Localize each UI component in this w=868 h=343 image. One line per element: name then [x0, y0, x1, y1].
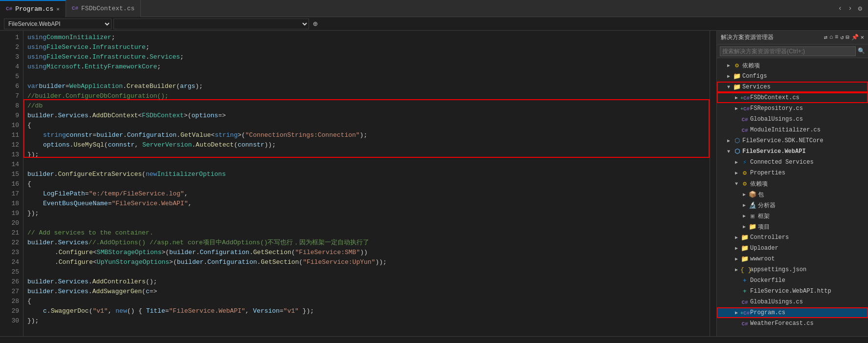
tree-item-pkg[interactable]: ▶ 📦 包: [717, 189, 868, 200]
icon-dockerfile: +: [740, 277, 749, 284]
icon-analyzer: 🔬: [748, 201, 757, 209]
tab-scroll-right[interactable]: ›: [846, 3, 854, 13]
tree-item-fsdbcontext[interactable]: ▶ +C# FSDbContext.cs: [717, 92, 868, 103]
chevron-pkg: ▶: [740, 192, 748, 197]
add-file-button[interactable]: ⊕: [309, 19, 322, 29]
tab-bar: C# Program.cs ✕ C# FSDbContext.cs ‹ › ⚙: [0, 0, 868, 17]
label-moduleinitializer: ModuleInitializer.cs: [750, 127, 821, 133]
label-framework: 框架: [758, 212, 770, 220]
label-filesdk: FileService.SDK.NETCore: [742, 137, 823, 144]
tab-actions: ‹ › ⚙: [836, 3, 868, 14]
tab-settings[interactable]: ⚙: [856, 3, 864, 14]
tab-fsdb[interactable]: C# FSDbContext.cs: [66, 0, 141, 17]
path-selector[interactable]: [113, 19, 309, 29]
tree-item-project2[interactable]: ▶ 📁 项目: [717, 221, 868, 232]
code-line-27: builder.Services.AddSwaggerGen(c =>: [27, 287, 706, 297]
code-line-18: EventBusQueueName = "FileService.WebAPI"…: [27, 199, 706, 209]
label-services: Services: [742, 84, 771, 90]
icon-globalusings2: C#: [740, 299, 749, 306]
chevron-project2: ▶: [740, 224, 748, 230]
label-webapi: FileService.WebAPI: [742, 148, 806, 155]
tab-scroll-left[interactable]: ‹: [836, 3, 844, 13]
se-sync-btn[interactable]: ⇄: [824, 34, 827, 41]
code-line-14: [27, 160, 706, 170]
tree-item-program[interactable]: ▶ +C# Program.cs: [717, 307, 868, 318]
se-header: 解决方案资源管理器 ⇄ ⌂ ≡ ↺ ⊟ 📌 ✕: [717, 31, 868, 44]
tree-item-dep2[interactable]: ▼ ⚙ 依赖项: [717, 178, 868, 189]
se-collapse-btn[interactable]: ⊟: [846, 34, 849, 41]
label-fsrepository: FSRepository.cs: [750, 105, 803, 112]
se-refresh-btn[interactable]: ↺: [840, 34, 844, 41]
code-line-26: builder.Services.AddControllers();: [27, 277, 706, 287]
tree-item-globalusings2[interactable]: C# GlobalUsings.cs: [717, 297, 868, 307]
code-line-1: using CommonInitializer;: [27, 33, 706, 43]
tree-item-fsrepository[interactable]: ▶ +C# FSRepository.cs: [717, 103, 868, 114]
se-search-input[interactable]: [720, 46, 856, 56]
label-project2: 项目: [758, 223, 770, 231]
icon-services: 📁: [733, 83, 741, 91]
code-line-3: using FileService.Infrastructure.Service…: [27, 52, 706, 62]
tree-item-httpfile[interactable]: + FileService.WebAPI.http: [717, 286, 868, 297]
tree-item-dockerfile[interactable]: + Dockerfile: [717, 275, 868, 286]
label-wwwroot: wwwroot: [750, 256, 775, 262]
chevron-controllers: ▶: [733, 235, 740, 240]
label-properties: Properties: [750, 170, 785, 176]
icon-configs: 📁: [733, 72, 741, 80]
code-line-19: });: [27, 209, 706, 218]
chevron-webapi: ▼: [725, 149, 733, 154]
icon-pkg: 📦: [748, 191, 757, 198]
tree-item-controllers[interactable]: ▶ 📁 Controllers: [717, 232, 868, 243]
tree-item-appsettings[interactable]: ▶ { } appsettings.json: [717, 264, 868, 275]
se-pin-btn[interactable]: 📌: [851, 34, 859, 41]
tab-program-icon: C#: [6, 6, 12, 12]
icon-filesdk: ⬡: [733, 137, 741, 145]
chevron-services: ▼: [725, 85, 733, 90]
tree-item-connected[interactable]: ▶ ⚡ Connected Services: [717, 157, 868, 168]
code-line-9: builder.Services.AddDbContext<FSDbContex…: [27, 111, 706, 121]
tree-item-analyzer[interactable]: ▶ 🔬 分析器: [717, 200, 868, 211]
tree-item-properties[interactable]: ▶ ⚙ Properties: [717, 168, 868, 178]
tree-item-globalusings1[interactable]: C# GlobalUsings.cs: [717, 114, 868, 125]
tree-item-wwwroot[interactable]: ▶ 📁 wwwroot: [717, 254, 868, 264]
tree-item-weatherforecast[interactable]: C# WeatherForecast.cs: [717, 318, 868, 329]
tree-item-filesdk[interactable]: ▶ ⬡ FileService.SDK.NETCore: [717, 135, 868, 146]
chevron-dep2: ▼: [733, 181, 740, 187]
icon-controllers: 📁: [740, 234, 749, 241]
label-globalusings1: GlobalUsings.cs: [750, 116, 803, 123]
code-line-20: [27, 218, 706, 228]
se-search-icon: 🔍: [858, 47, 865, 55]
code-line-6: var builder = WebApplication.CreateBuild…: [27, 82, 706, 91]
tree-item-services[interactable]: ▼ 📁 Services: [717, 82, 868, 92]
tree-item-configs[interactable]: ▶ 📁 Configs: [717, 71, 868, 82]
tree-item-webapi[interactable]: ▼ ⬡ FileService.WebAPI: [717, 146, 868, 157]
icon-framework: ▣: [748, 212, 757, 220]
code-line-4: using Microsoft.EntityFrameworkCore;: [27, 62, 706, 72]
chevron-filesdk: ▶: [725, 138, 733, 144]
bottom-scrollbar[interactable]: [0, 336, 868, 343]
chevron-properties: ▶: [733, 170, 740, 176]
tree-item-dep1[interactable]: ▶ ⚙ 依赖项: [717, 60, 868, 71]
code-content[interactable]: using CommonInitializer; using FileServi…: [23, 31, 710, 336]
editor-scrollbar[interactable]: [710, 31, 716, 336]
code-line-21: // Add services to the container.: [27, 228, 706, 238]
code-line-11: string connstr = builder.Configuration.G…: [27, 130, 706, 140]
tree-item-uploader[interactable]: ▶ 📁 Uploader: [717, 243, 868, 254]
se-filter-btn[interactable]: ≡: [835, 34, 838, 41]
icon-fsdbcontext: +C#: [740, 94, 749, 102]
tab-program-close[interactable]: ✕: [56, 6, 60, 12]
se-header-actions: ⇄ ⌂ ≡ ↺ ⊟ 📌 ✕: [824, 34, 864, 41]
se-close-btn[interactable]: ✕: [861, 34, 864, 41]
tab-program[interactable]: C# Program.cs ✕: [0, 0, 66, 17]
se-home-btn[interactable]: ⌂: [829, 34, 833, 41]
chevron-dep1: ▶: [725, 63, 733, 68]
tree-item-moduleinitializer[interactable]: C# ModuleInitializer.cs: [717, 125, 868, 135]
line-numbers: 1 2 3 4 5 6 7 8 9 10 11 12 13 14 15 16 1…: [0, 31, 23, 336]
code-line-7: //builder.ConfigureDbConfiguration();: [27, 91, 706, 101]
icon-dep1: ⚙: [733, 62, 741, 69]
icon-connected: ⚡: [740, 158, 749, 166]
chevron-appsettings: ▶: [733, 267, 740, 273]
icon-globalusings1: C#: [740, 116, 749, 123]
tree-item-framework[interactable]: ▶ ▣ 框架: [717, 211, 868, 221]
project-selector[interactable]: FileService.WebAPI: [4, 19, 111, 29]
label-configs: Configs: [742, 73, 767, 80]
